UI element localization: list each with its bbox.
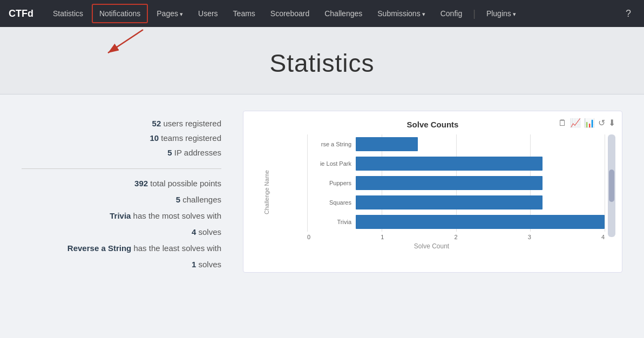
bar-row: ie Lost Park xyxy=(307,154,605,173)
x-axis-title: Solve Count xyxy=(259,242,605,250)
nav-pages[interactable]: Pages xyxy=(150,5,189,22)
nav-users[interactable]: Users xyxy=(192,5,225,22)
nav-teams[interactable]: Teams xyxy=(227,5,262,22)
total-points: 392 total possible points xyxy=(22,175,221,192)
stats-divider xyxy=(22,168,221,169)
most-solves-count-row: 4 solves xyxy=(22,224,221,240)
least-solves-count-row: 1 solves xyxy=(22,256,221,273)
users-registered: 52 users registered xyxy=(22,116,221,131)
bar-label: ie Lost Park xyxy=(307,160,356,167)
nav-notifications[interactable]: Notifications xyxy=(92,4,148,23)
nav-submissions[interactable]: Submissions xyxy=(371,5,431,22)
users-label: users registered xyxy=(163,119,221,128)
bar-row: Trivia xyxy=(307,212,605,232)
least-solves-text: has the least solves with xyxy=(133,244,221,253)
chart-scrollbar-thumb xyxy=(609,170,614,202)
most-solves-text: has the most solves with xyxy=(133,211,221,220)
x-axis-labels: 01234 xyxy=(307,234,605,240)
stats-challenges: 392 total possible points 5 challenges T… xyxy=(22,175,221,273)
nav-challenges[interactable]: Challenges xyxy=(318,5,369,22)
most-solves-count: 4 xyxy=(192,227,196,236)
users-count: 52 xyxy=(152,119,161,128)
bar-fill xyxy=(356,157,543,171)
toolbar-bar-icon[interactable]: 📊 xyxy=(584,118,595,128)
ip-count: 5 xyxy=(167,148,172,157)
bars-area: rse a Stringie Lost ParkPuppersSquaresTr… xyxy=(259,134,605,232)
most-solves-name: Trivia xyxy=(110,211,131,220)
bar-row: Squares xyxy=(307,193,605,212)
stats-registration: 52 users registered 10 teams registered … xyxy=(22,116,221,160)
grid-line xyxy=(605,134,605,232)
brand[interactable]: CTFd xyxy=(9,8,33,19)
challenges-label: challenges xyxy=(182,195,221,204)
bar-label: Puppers xyxy=(307,180,356,186)
teams-count: 10 xyxy=(150,133,159,143)
chart-container: Solve Counts 🗒 📈 📊 ↺ ⬇ Challenge Name rs… xyxy=(243,111,622,273)
most-solves-count-label: solves xyxy=(198,227,221,236)
bar-label: Squares xyxy=(307,199,356,206)
help-icon[interactable]: ? xyxy=(621,6,635,22)
least-solves-name: Reverse a String xyxy=(67,244,131,253)
least-solves-row: Reverse a String has the least solves wi… xyxy=(22,240,221,256)
bar-row: rse a String xyxy=(307,134,605,154)
teams-registered: 10 teams registered xyxy=(22,131,221,145)
navbar: CTFd Statistics Notifications Pages User… xyxy=(0,0,644,27)
nav-config[interactable]: Config xyxy=(434,5,469,22)
chart-scrollbar[interactable] xyxy=(608,134,615,237)
toolbar-line-icon[interactable]: 📈 xyxy=(570,118,581,128)
toolbar-refresh-icon[interactable]: ↺ xyxy=(598,118,605,128)
page-title: Statistics xyxy=(0,49,644,78)
arrow-annotation xyxy=(97,27,146,62)
least-solves-count: 1 xyxy=(192,260,196,269)
main-content: 52 users registered 10 teams registered … xyxy=(0,94,644,289)
least-solves-count-label: solves xyxy=(198,260,221,269)
x-tick-label: 0 xyxy=(307,234,310,240)
challenges-count: 5 xyxy=(176,195,180,204)
bar-label: rse a String xyxy=(307,141,356,147)
page-header: Statistics xyxy=(0,27,644,94)
bar-fill xyxy=(356,176,543,190)
x-tick-label: 2 xyxy=(454,234,457,240)
toolbar-table-icon[interactable]: 🗒 xyxy=(558,118,567,128)
nav-scoreboard[interactable]: Scoreboard xyxy=(264,5,316,22)
chart-toolbar: 🗒 📈 📊 ↺ ⬇ xyxy=(558,118,615,128)
stats-panel: 52 users registered 10 teams registered … xyxy=(22,111,221,273)
x-tick-label: 4 xyxy=(601,234,605,240)
bar-area xyxy=(356,215,605,229)
nav-plugins[interactable]: Plugins xyxy=(480,5,523,22)
total-points-label: total possible points xyxy=(150,179,221,188)
toolbar-download-icon[interactable]: ⬇ xyxy=(608,118,615,128)
bar-area xyxy=(356,157,605,171)
x-tick-label: 1 xyxy=(381,234,384,240)
bar-fill xyxy=(356,195,543,209)
bar-area xyxy=(356,176,605,190)
ip-label: IP addresses xyxy=(174,148,221,157)
bar-fill xyxy=(356,137,418,151)
bar-fill xyxy=(356,215,605,229)
bars-list: rse a Stringie Lost ParkPuppersSquaresTr… xyxy=(307,134,605,232)
bar-area xyxy=(356,195,605,209)
challenges-count-row: 5 challenges xyxy=(22,192,221,208)
most-solves-row: Trivia has the most solves with xyxy=(22,208,221,224)
bar-area xyxy=(356,137,605,151)
svg-line-1 xyxy=(108,30,143,53)
x-tick-label: 3 xyxy=(528,234,531,240)
bar-row: Puppers xyxy=(307,173,605,193)
nav-separator: | xyxy=(473,8,476,19)
nav-statistics[interactable]: Statistics xyxy=(46,5,90,22)
teams-label: teams registered xyxy=(161,133,221,143)
bar-label: Trivia xyxy=(307,219,356,225)
nav-links: Statistics Notifications Pages Users Tea… xyxy=(46,4,621,23)
ip-addresses: 5 IP addresses xyxy=(22,145,221,160)
total-points-count: 392 xyxy=(134,179,148,188)
